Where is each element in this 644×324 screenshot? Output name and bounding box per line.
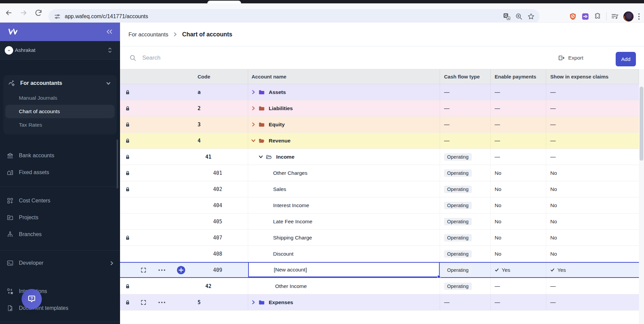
plus-circle-icon[interactable]	[177, 266, 185, 274]
sidebar-item-projects[interactable]: Projects	[0, 209, 120, 226]
enable-payments-cell: —	[491, 117, 546, 132]
table-row[interactable]: 41IncomeOperating——	[120, 149, 639, 165]
cash-flow-cell: Operating	[440, 230, 491, 246]
table-row[interactable]: 42Other IncomeOperating——	[120, 278, 639, 294]
address-bar[interactable]: app.wafeq.com/c/141771/accounts GA	[49, 9, 539, 24]
main-content: For accountants Chart of accounts Search…	[120, 23, 644, 324]
vertical-scrollbar[interactable]	[639, 69, 644, 324]
table-row[interactable]: 404Interest IncomeOperatingNoNo	[120, 197, 639, 214]
row-controls-cell: 405	[120, 214, 248, 229]
breadcrumb-for-accountants[interactable]: For accountants	[128, 31, 168, 38]
url-text[interactable]: app.wafeq.com/c/141771/accounts	[65, 13, 148, 20]
export-icon	[558, 55, 565, 61]
sidebar-item-cost-centers[interactable]: Cost Centers	[0, 192, 120, 209]
sidebar-item-fixed-assets[interactable]: Fixed assets	[0, 164, 120, 181]
chev-right-icon[interactable]	[251, 122, 256, 127]
empty-value: —	[550, 283, 556, 289]
table-row[interactable]: 4Revenue———	[120, 133, 639, 149]
new-account-input[interactable]: [New account]	[248, 262, 440, 277]
translate-icon[interactable]: GA	[503, 13, 510, 20]
cell-value: No	[495, 186, 501, 192]
chev-right-icon[interactable]	[251, 300, 256, 304]
empty-value: —	[495, 89, 500, 95]
sidebar-item-manual-journals[interactable]: Manual Journals	[5, 91, 115, 105]
org-switcher[interactable]: w Ashrakat	[0, 41, 120, 60]
sidebar-item-developer[interactable]: Developer	[0, 255, 120, 271]
expense-claims-cell: No	[546, 246, 639, 262]
table-header: Code Account name Cash flow type Enable …	[120, 69, 639, 84]
table-row[interactable]: 5Expenses———	[120, 294, 639, 311]
enable-payments-cell: —	[491, 133, 546, 149]
browser-menu-icon[interactable]	[638, 13, 640, 20]
sidebar-item-for-accountants[interactable]: For accountants	[3, 75, 117, 91]
add-button[interactable]: Add	[616, 52, 636, 66]
table-row[interactable]: 2Liabilities———	[120, 100, 639, 117]
sidebar-item-label: Tax Rates	[19, 122, 42, 128]
sidebar-item-chart-of-accounts[interactable]: Chart of accounts	[5, 105, 115, 118]
dots-icon[interactable]	[158, 301, 166, 303]
empty-value: —	[444, 122, 449, 128]
search-input[interactable]: Search	[129, 55, 160, 61]
sidebar-collapse-icon[interactable]	[106, 28, 113, 35]
purple-extension-icon[interactable]	[581, 12, 589, 21]
account-name: Expenses	[269, 299, 293, 305]
table-row[interactable]: 402SalesOperatingNoNo	[120, 181, 639, 197]
sidebar-divider	[0, 250, 120, 251]
fill-handle[interactable]	[437, 275, 440, 278]
wafeq-logo-icon[interactable]	[7, 27, 19, 36]
switcher-chevrons-icon[interactable]	[108, 47, 112, 54]
chev-down-icon[interactable]	[251, 138, 256, 143]
expand-icon[interactable]	[141, 299, 146, 305]
empty-value: —	[495, 283, 500, 289]
screen: app.wafeq.com/c/141771/accounts GA	[0, 0, 644, 324]
account-name: Discount	[273, 251, 293, 257]
sidebar-item-integrations[interactable]: Integrations	[0, 283, 120, 300]
accountants-icon	[8, 80, 15, 87]
chev-right-icon[interactable]	[251, 106, 256, 110]
dots-icon[interactable]	[158, 269, 166, 271]
sidebar-item-bank-accounts[interactable]: Bank accounts	[0, 147, 120, 164]
account-name: Other Charges	[273, 170, 308, 176]
media-playlist-icon[interactable]	[611, 12, 619, 21]
row-controls-cell: 409	[120, 262, 248, 278]
table-row[interactable]: 408DiscountOperatingNoNo	[120, 246, 639, 262]
table-row[interactable]: 407Shipping ChargeOperatingNoNo	[120, 230, 639, 246]
forward-icon[interactable]	[20, 9, 28, 17]
table-row[interactable]: aAssets———	[120, 84, 639, 100]
account-code: 404	[213, 202, 222, 208]
cash-flow-cell: Operating	[440, 278, 491, 294]
back-icon[interactable]	[5, 9, 13, 17]
account-name: Shipping Charge	[273, 235, 312, 241]
table-row[interactable]: 3Equity———	[120, 117, 639, 133]
sidebar-scrollbar-thumb[interactable]	[117, 139, 118, 189]
chev-right-icon[interactable]	[251, 90, 256, 94]
table-row[interactable]: 405Late Fee IncomeOperatingNoNo	[120, 214, 639, 230]
zoom-in-icon[interactable]	[515, 13, 523, 20]
sidebar-item-branches[interactable]: Branches	[0, 226, 120, 243]
help-button[interactable]: ?	[22, 289, 42, 309]
scrollbar-thumb[interactable]	[640, 87, 643, 161]
svg-text:?: ?	[30, 296, 33, 300]
expense-claims-cell: No	[546, 197, 639, 213]
expense-claims-cell: —	[546, 100, 639, 116]
sidebar-item-document-templates[interactable]: Document templates	[0, 300, 120, 317]
search-icon	[129, 55, 136, 61]
export-button[interactable]: Export	[558, 55, 583, 61]
cash-flow-badge: Operating	[444, 250, 472, 258]
table-row[interactable]: 409[New account]OperatingYesYes	[120, 262, 639, 278]
bookmark-star-icon[interactable]	[527, 13, 535, 20]
cash-flow-badge: Operating	[444, 283, 472, 290]
sidebar-item-tax-rates[interactable]: Tax Rates	[5, 118, 115, 132]
expand-icon[interactable]	[141, 267, 146, 273]
adblock-extension-icon[interactable]	[569, 12, 577, 21]
reload-icon[interactable]	[34, 9, 42, 17]
table-row[interactable]: 401Other ChargesOperatingNoNo	[120, 165, 639, 181]
account-name: Sales	[273, 186, 286, 192]
header-enable-payments: Enable payments	[491, 69, 546, 84]
active-tab[interactable]	[207, 1, 241, 3]
profile-avatar[interactable]	[623, 11, 634, 22]
extensions-puzzle-icon[interactable]	[594, 12, 602, 21]
toolbar-separator	[606, 12, 607, 21]
chev-down-icon[interactable]	[259, 155, 263, 159]
site-info-icon[interactable]	[54, 13, 61, 20]
